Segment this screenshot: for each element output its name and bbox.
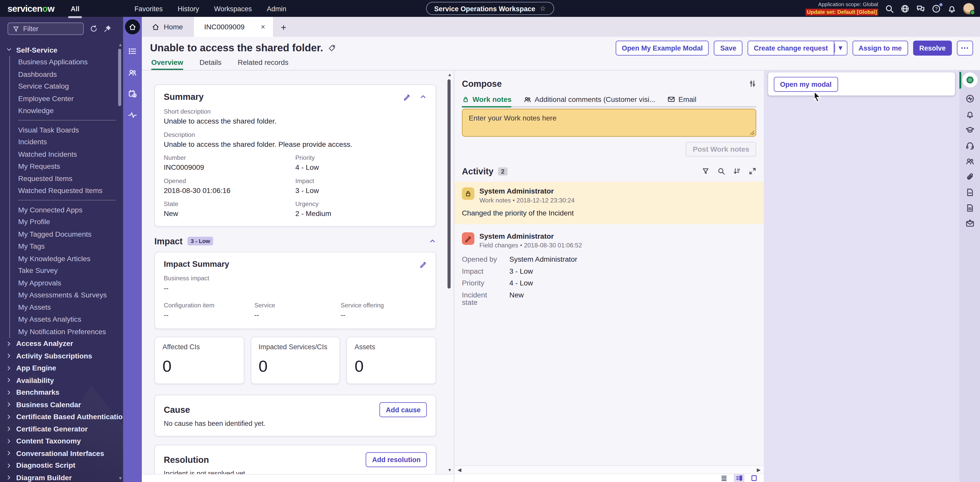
monitoring-icon[interactable] bbox=[966, 94, 974, 103]
open-my-modal-button[interactable]: Open my modal bbox=[774, 77, 838, 92]
post-work-notes-button[interactable]: Post Work notes bbox=[686, 142, 756, 157]
new-tab-icon[interactable]: + bbox=[281, 21, 286, 32]
sidebar-item-my-knowledge-articles[interactable]: My Knowledge Articles bbox=[18, 252, 123, 265]
sidebar-section-benchmarks[interactable]: Benchmarks bbox=[0, 386, 123, 398]
sidebar-section-availability[interactable]: Availability bbox=[0, 374, 123, 386]
nav-workspaces[interactable]: Workspaces bbox=[214, 5, 252, 12]
impacted-services-tile[interactable]: Impacted Services/CIs 0 bbox=[250, 337, 340, 384]
scroll-up-icon[interactable]: ▲ bbox=[448, 73, 452, 77]
sidebar-item-visual-task-boards[interactable]: Visual Task Boards bbox=[18, 124, 123, 136]
edit-pencil-icon[interactable] bbox=[420, 260, 427, 268]
workspace-pill[interactable]: Service Operations Workspace ☆ bbox=[426, 2, 554, 15]
lists-icon[interactable] bbox=[128, 47, 137, 55]
nav-all[interactable]: All bbox=[70, 5, 79, 12]
attachments-paperclip-icon[interactable] bbox=[966, 172, 974, 181]
favorite-star-icon[interactable]: ☆ bbox=[539, 4, 546, 13]
sidebar-item-watched-incidents[interactable]: Watched Incidents bbox=[18, 148, 123, 160]
agent-assist-headset-icon[interactable] bbox=[966, 141, 974, 150]
expand-icon[interactable] bbox=[749, 168, 756, 175]
new-email-icon[interactable] bbox=[966, 219, 974, 228]
horizontal-scrollbar[interactable]: ◀ ▶ bbox=[455, 465, 764, 474]
sidebar-item-incidents[interactable]: Incidents bbox=[18, 136, 123, 148]
sidebar-item-business-applications[interactable]: Business Applications bbox=[18, 56, 123, 68]
nav-favorites[interactable]: Favorites bbox=[134, 5, 163, 12]
view-list-icon[interactable] bbox=[719, 474, 729, 482]
nav-admin[interactable]: Admin bbox=[267, 5, 286, 12]
collapse-chevron-up-icon[interactable] bbox=[420, 93, 427, 101]
work-notes-input[interactable] bbox=[462, 109, 756, 137]
tab-details[interactable]: Details bbox=[199, 59, 221, 70]
scroll-left-icon[interactable]: ◀ bbox=[458, 467, 461, 472]
resolve-button[interactable]: Resolve bbox=[913, 40, 952, 55]
search-icon[interactable] bbox=[718, 168, 725, 175]
globe-icon[interactable] bbox=[900, 4, 909, 13]
sidebar-scroll-up-icon[interactable]: ▲ bbox=[118, 42, 123, 47]
sidebar-section-app-engine[interactable]: App Engine bbox=[0, 362, 123, 374]
knowledge-cap-icon[interactable] bbox=[966, 125, 974, 134]
sidebar-item-my-profile[interactable]: My Profile bbox=[18, 216, 123, 228]
sidebar-item-take-survey[interactable]: Take Survey bbox=[18, 265, 123, 277]
vertical-scrollbar[interactable] bbox=[448, 79, 451, 289]
compose-settings-icon[interactable] bbox=[749, 80, 756, 87]
sidebar-section-access-analyzer[interactable]: Access Analyzer bbox=[0, 338, 123, 350]
attendees-people-icon[interactable] bbox=[966, 157, 974, 165]
sidebar-section-business-calendar[interactable]: Business Calendar bbox=[0, 398, 123, 411]
sidebar-item-my-assets[interactable]: My Assets bbox=[18, 301, 123, 313]
pin-sidebar-icon[interactable] bbox=[104, 25, 111, 32]
tab-related-records[interactable]: Related records bbox=[238, 59, 288, 70]
tab-overview[interactable]: Overview bbox=[151, 59, 183, 70]
more-actions-button[interactable]: ⋯ bbox=[957, 40, 973, 55]
sidebar-item-service-catalog[interactable]: Service Catalog bbox=[18, 80, 123, 92]
tab-email[interactable]: Email bbox=[668, 95, 697, 106]
affected-cis-tile[interactable]: Affected CIs 0 bbox=[154, 337, 244, 384]
notifications-bell-icon[interactable] bbox=[966, 110, 974, 119]
add-cause-button[interactable]: Add cause bbox=[380, 402, 427, 417]
calendar-schedule-icon[interactable] bbox=[128, 89, 137, 98]
sidebar-item-my-requests[interactable]: My Requests bbox=[18, 160, 123, 173]
collapse-chevron-up-icon[interactable] bbox=[429, 238, 436, 245]
view-full-icon[interactable] bbox=[749, 474, 759, 482]
settings-gear-icon[interactable] bbox=[962, 73, 977, 87]
edit-pencil-icon[interactable] bbox=[403, 93, 410, 101]
sidebar-item-my-tags[interactable]: My Tags bbox=[18, 240, 123, 252]
sidebar-section-conversational-interfaces[interactable]: Conversational Interfaces bbox=[0, 447, 123, 460]
sidebar-item-my-approvals[interactable]: My Approvals bbox=[18, 277, 123, 289]
servicenow-logo[interactable]: servicenow bbox=[7, 3, 54, 13]
add-resolution-button[interactable]: Add resolution bbox=[366, 452, 427, 467]
help-icon[interactable] bbox=[932, 4, 941, 13]
open-example-modal-button[interactable]: Open My Example Modal bbox=[616, 40, 709, 55]
resize-handle[interactable] bbox=[750, 130, 754, 135]
sidebar-item-employee-center[interactable]: Employee Center bbox=[18, 92, 123, 105]
sidebar-item-my-connected-apps[interactable]: My Connected Apps bbox=[18, 204, 123, 216]
sidebar-section-diagnostic-script[interactable]: Diagnostic Script bbox=[0, 459, 123, 471]
document-icon[interactable] bbox=[966, 188, 974, 197]
save-button[interactable]: Save bbox=[714, 40, 743, 55]
scroll-right-icon[interactable]: ▶ bbox=[757, 467, 760, 472]
close-tab-icon[interactable]: × bbox=[261, 23, 265, 31]
create-change-request-button[interactable]: Create change request bbox=[748, 40, 834, 55]
sidebar-item-watched-requested-items[interactable]: Watched Requested Items bbox=[18, 185, 123, 197]
sidebar-filter-input[interactable] bbox=[23, 25, 73, 32]
notifications-bell-icon[interactable] bbox=[948, 4, 956, 13]
sidebar-section-certificate-generator[interactable]: Certificate Generator bbox=[0, 423, 123, 435]
filter-funnel-icon[interactable] bbox=[702, 168, 709, 175]
sidebar-item-requested-items[interactable]: Requested Items bbox=[18, 172, 123, 185]
sidebar-item-knowledge[interactable]: Knowledge bbox=[18, 105, 123, 117]
sidebar-section-diagram-builder[interactable]: Diagram Builder bbox=[0, 471, 123, 482]
sidebar-item-my-notification-preferences[interactable]: My Notification Preferences bbox=[18, 325, 123, 338]
sidebar-scrollbar[interactable] bbox=[118, 49, 121, 106]
refresh-icon[interactable] bbox=[90, 25, 97, 32]
monitoring-pulse-icon[interactable] bbox=[128, 111, 137, 119]
sidebar-section-certificate-based-authentication[interactable]: Certificate Based Authentication bbox=[0, 411, 123, 423]
sidebar-scroll-down-icon[interactable]: ▼ bbox=[118, 476, 123, 480]
sidebar-section-self-service[interactable]: Self-Service bbox=[0, 44, 123, 56]
search-icon[interactable] bbox=[885, 4, 894, 13]
sidebar-item-my-assets-analytics[interactable]: My Assets Analytics bbox=[18, 313, 123, 325]
nav-history[interactable]: History bbox=[178, 5, 199, 12]
tab-work-notes[interactable]: Work notes bbox=[462, 95, 511, 107]
assign-to-me-button[interactable]: Assign to me bbox=[852, 40, 908, 55]
chat-icon[interactable] bbox=[916, 4, 925, 13]
sort-icon[interactable] bbox=[733, 168, 741, 175]
tab-incident-record[interactable]: INC0009009 × bbox=[193, 17, 274, 37]
sidebar-item-my-assessments-surveys[interactable]: My Assessments & Surveys bbox=[18, 289, 123, 301]
